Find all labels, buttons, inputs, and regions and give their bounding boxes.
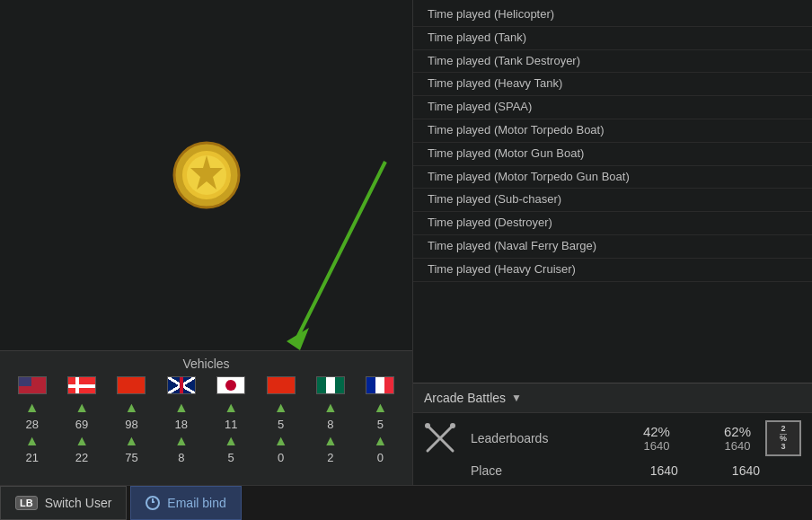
dropdown-arrow-icon: ▼ [511, 392, 522, 404]
rank-up-us: ▲ [10, 400, 55, 416]
flag-col-jp [208, 376, 253, 396]
rank-arrows2-row: ▲ ▲ ▲ ▲ ▲ ▲ ▲ ▲ [7, 433, 405, 449]
medal-icon [171, 139, 243, 211]
rank-up-jp: ▲ [208, 400, 253, 416]
flag-col-us [10, 376, 55, 396]
count-mx-top: 8 [308, 418, 353, 431]
stat-naval-ferry: Time played (Naval Ferry Barge) [413, 235, 812, 259]
rank-up2-jp: ▲ [208, 433, 253, 449]
flag-col-cn2 [259, 376, 304, 396]
svg-line-4 [296, 162, 385, 341]
battles-dropdown-label: Arcade Battles [424, 391, 506, 405]
count-fr-bot: 0 [357, 451, 402, 464]
left-panel: Vehicles [0, 0, 413, 485]
lb-place-2: 1640 [725, 439, 751, 453]
place-values: 1640 1640 [650, 463, 801, 478]
flag-no [67, 376, 96, 394]
rank-badge-label: 2 % 3 [780, 425, 787, 453]
svg-marker-5 [287, 328, 309, 350]
stat-heavy-cruiser: Time played (Heavy Cruiser) [413, 259, 812, 282]
stat-gun-boat: Time played (Motor Gun Boat) [413, 143, 812, 166]
rank-up-uk: ▲ [159, 400, 204, 416]
place-val-2: 1640 [732, 463, 760, 478]
clock-icon [146, 496, 160, 510]
count-jp-bot: 5 [208, 451, 253, 464]
lb-pct-2: 62% [724, 424, 751, 439]
battles-header[interactable]: Arcade Battles ▼ [413, 383, 812, 413]
rank-up-mx: ▲ [308, 400, 353, 416]
lb-pct-1: 42% [643, 424, 670, 439]
flag-col-uk [159, 376, 204, 396]
rank-up2-no: ▲ [59, 433, 104, 449]
count-us-top: 28 [10, 418, 55, 431]
count-cn-top: 98 [109, 418, 154, 431]
lb-swords-block [424, 422, 456, 454]
flag-us [18, 376, 47, 394]
place-row: Place 1640 1640 [413, 463, 812, 485]
email-bind-label: Email bind [167, 496, 225, 510]
rank-up-cn2: ▲ [259, 400, 304, 416]
stat-sub-chaser: Time played (Sub-chaser) [413, 189, 812, 212]
count-us-bot: 21 [10, 451, 55, 464]
flag-jp [216, 376, 245, 394]
lb-badge: LB [15, 496, 38, 510]
rank-badge-icon: 2 % 3 [765, 420, 801, 456]
lb-value-1: 42% 1640 [643, 424, 670, 453]
count-cn2-bot: 0 [259, 451, 304, 464]
rank-bottom-counts: 21 22 75 8 5 0 2 0 [7, 451, 405, 464]
rank-up2-mx: ▲ [308, 433, 353, 449]
flag-mx [316, 376, 345, 394]
count-cn2-top: 5 [259, 418, 304, 431]
place-label: Place [471, 463, 502, 478]
crossed-swords-icon [424, 422, 456, 454]
vehicles-panel: Vehicles [0, 350, 412, 485]
rank-arrows-row: ▲ ▲ ▲ ▲ ▲ ▲ ▲ ▲ [7, 400, 405, 416]
switch-user-button[interactable]: LB Switch User [0, 486, 127, 520]
flag-uk [167, 376, 196, 394]
svg-point-9 [450, 423, 455, 428]
svg-point-8 [425, 423, 430, 428]
flags-row [7, 376, 405, 396]
stat-destroyer: Time played (Destroyer) [413, 212, 812, 235]
lb-value-2: 62% 1640 [724, 424, 751, 453]
count-uk-top: 18 [159, 418, 204, 431]
leaderboards-label: Leaderboards [471, 431, 548, 445]
battles-section: Arcade Battles ▼ Leaderboards [413, 383, 812, 485]
rank-up-no: ▲ [59, 400, 104, 416]
battles-dropdown[interactable]: Arcade Battles ▼ [424, 391, 522, 405]
flag-cn2 [267, 376, 296, 394]
stat-heavy-tank: Time played (Heavy Tank) [413, 73, 812, 96]
count-no-top: 69 [59, 418, 104, 431]
stat-torpedo-gun-boat: Time played (Motor Torpedo Gun Boat) [413, 166, 812, 189]
main-container: Vehicles [0, 0, 812, 485]
stat-tank-destroyer: Time played (Tank Destroyer) [413, 50, 812, 74]
flag-cn [117, 376, 146, 394]
switch-user-label: Switch User [45, 496, 112, 510]
count-fr-top: 5 [357, 418, 402, 431]
flag-col-fr [357, 376, 402, 396]
flag-col-cn [109, 376, 154, 396]
stat-tank: Time played (Tank) [413, 27, 812, 50]
rank-up2-cn: ▲ [109, 433, 154, 449]
rank-up-cn: ▲ [109, 400, 154, 416]
count-no-bot: 22 [59, 451, 104, 464]
stats-list: Time played (Helicopter) Time played (Ta… [413, 0, 812, 383]
flag-fr [366, 376, 394, 394]
place-val-1: 1640 [650, 463, 678, 478]
count-uk-bot: 8 [159, 451, 204, 464]
email-bind-button[interactable]: Email bind [130, 486, 241, 520]
right-panel: Time played (Helicopter) Time played (Ta… [413, 0, 812, 485]
bottom-bar: LB Switch User Email bind [0, 485, 812, 520]
count-jp-top: 11 [208, 418, 253, 431]
vehicles-title: Vehicles [7, 357, 405, 371]
stat-spaa: Time played (SPAA) [413, 96, 812, 119]
flag-col-no [59, 376, 104, 396]
count-mx-bot: 2 [308, 451, 353, 464]
rank-up2-cn2: ▲ [259, 433, 304, 449]
green-arrow-icon [269, 153, 394, 350]
leaderboard-row: Leaderboards 42% 1640 62% 1640 2 [413, 413, 812, 463]
flag-col-mx [308, 376, 353, 396]
count-cn-bot: 75 [109, 451, 154, 464]
rank-top-counts: 28 69 98 18 11 5 8 5 [7, 418, 405, 431]
lb-values-container: 42% 1640 62% 1640 [643, 424, 751, 453]
